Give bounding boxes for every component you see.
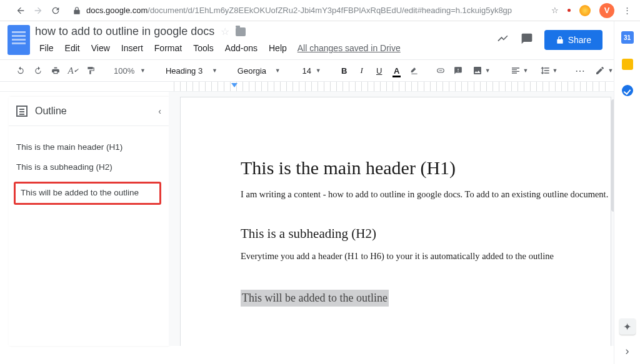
- outline-item[interactable]: This is a subheading (H2): [14, 157, 164, 177]
- keep-icon[interactable]: [622, 59, 633, 70]
- paragraph-style-dropdown[interactable]: Heading 3▼: [162, 64, 221, 78]
- lock-icon: [556, 36, 564, 44]
- zoom-dropdown[interactable]: 100%▼: [110, 64, 149, 78]
- paint-format-button[interactable]: [84, 63, 98, 78]
- explore-button[interactable]: ✦: [619, 318, 636, 335]
- selected-heading-text[interactable]: This will be added to the outline: [241, 290, 389, 307]
- font-dropdown[interactable]: Georgia▼: [234, 64, 284, 78]
- save-status[interactable]: All changes saved in Drive: [298, 43, 401, 53]
- star-document-icon[interactable]: ☆: [221, 26, 229, 37]
- outline-item[interactable]: This is the main header (H1): [14, 137, 164, 157]
- activity-icon[interactable]: [497, 32, 509, 48]
- highlight-button[interactable]: [408, 63, 421, 78]
- font-size-dropdown[interactable]: 14▼: [297, 64, 325, 78]
- collapse-outline-button[interactable]: ‹: [158, 106, 161, 116]
- menu-edit[interactable]: Edit: [61, 41, 84, 56]
- browser-chrome: docs.google.com/document/d/1EhLm6yZ8EEkO…: [0, 0, 640, 21]
- google-docs-logo-icon[interactable]: [8, 25, 30, 55]
- indent-marker-icon[interactable]: [231, 83, 238, 87]
- menu-view[interactable]: View: [87, 41, 114, 56]
- align-button[interactable]: ▼: [507, 63, 532, 78]
- document-title[interactable]: how to add to outline in google docs: [35, 25, 214, 38]
- spellcheck-button[interactable]: A✔: [66, 63, 80, 79]
- underline-button[interactable]: U: [372, 64, 386, 78]
- menu-format[interactable]: Format: [150, 41, 186, 56]
- chrome-menu-icon[interactable]: ⋮: [623, 6, 631, 15]
- back-button[interactable]: [15, 5, 26, 16]
- document-canvas: This is the main header (H1) I am writin…: [169, 92, 640, 346]
- menu-help[interactable]: Help: [264, 41, 291, 56]
- doc-paragraph[interactable]: I am writing a content - how to add to o…: [241, 187, 611, 201]
- extension-red-dot-icon[interactable]: [568, 9, 571, 12]
- insert-image-button[interactable]: ▼: [469, 63, 494, 78]
- docs-header: how to add to outline in google docs ☆ F…: [0, 21, 640, 56]
- toolbar: A✔ 100%▼ Heading 3▼ Georgia▼ 14▼ B I U A…: [0, 59, 640, 82]
- ruler[interactable]: [0, 82, 640, 92]
- calendar-icon[interactable]: 31: [621, 31, 634, 44]
- bold-button[interactable]: B: [338, 64, 351, 78]
- side-panel: 31 ✦ ›: [614, 21, 640, 364]
- show-side-panel-button[interactable]: ›: [626, 345, 629, 358]
- move-folder-icon[interactable]: [236, 27, 246, 36]
- italic-button[interactable]: I: [355, 63, 369, 78]
- doc-h2[interactable]: This is a subheading (H2): [241, 226, 611, 242]
- forward-button[interactable]: [32, 5, 44, 16]
- tasks-icon[interactable]: [622, 85, 633, 96]
- bookmark-star-icon[interactable]: ☆: [551, 6, 559, 15]
- document-page[interactable]: This is the main header (H1) I am writin…: [180, 97, 611, 346]
- menu-insert[interactable]: Insert: [117, 41, 148, 56]
- doc-h1[interactable]: This is the main header (H1): [241, 157, 611, 179]
- outline-title: Outline: [35, 106, 67, 117]
- url-text: docs.google.com/document/d/1EhLm6yZ8EEkO…: [86, 6, 512, 15]
- menu-file[interactable]: File: [35, 41, 58, 56]
- insert-link-button[interactable]: [434, 63, 448, 78]
- redo-button[interactable]: [31, 63, 45, 78]
- share-button[interactable]: Share: [544, 30, 602, 50]
- undo-button[interactable]: [14, 63, 28, 78]
- outline-panel: Outline ‹ This is the main header (H1) T…: [9, 97, 169, 346]
- more-toolbar-button[interactable]: ⋯: [574, 62, 588, 79]
- menu-addons[interactable]: Add-ons: [221, 41, 262, 56]
- insert-comment-button[interactable]: [451, 63, 465, 78]
- line-spacing-button[interactable]: ▼: [536, 63, 562, 78]
- reload-button[interactable]: [50, 5, 61, 16]
- print-button[interactable]: [49, 63, 62, 78]
- address-bar[interactable]: docs.google.com/document/d/1EhLm6yZ8EEkO…: [68, 6, 545, 15]
- extension-yellow-icon[interactable]: [579, 5, 591, 16]
- outline-item-highlighted[interactable]: This will be added to the outline: [14, 182, 161, 205]
- menu-bar: File Edit View Insert Format Tools Add-o…: [35, 41, 497, 56]
- text-color-button[interactable]: A: [390, 64, 404, 78]
- profile-avatar[interactable]: V: [599, 3, 614, 18]
- lock-icon: [72, 6, 81, 15]
- comments-icon[interactable]: [521, 32, 533, 48]
- doc-paragraph[interactable]: Everytime you add a header (H1 to H6) to…: [241, 249, 611, 263]
- outline-icon: [16, 106, 28, 117]
- menu-tools[interactable]: Tools: [189, 41, 218, 56]
